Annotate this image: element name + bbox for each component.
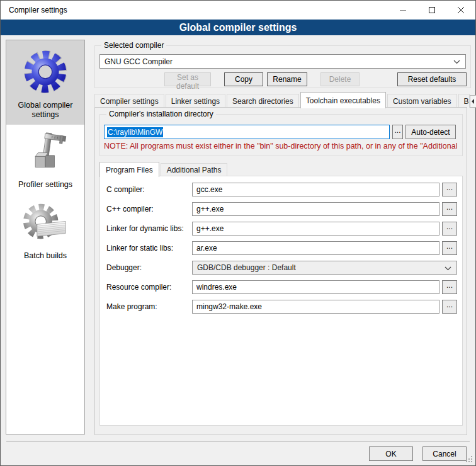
maximize-button[interactable] (417, 1, 446, 20)
minimize-button[interactable] (388, 1, 417, 20)
cancel-button[interactable]: Cancel (422, 446, 467, 461)
tab-scroll-buttons (470, 95, 476, 108)
sidebar-item-batch-builds[interactable]: Batch builds (6, 195, 84, 266)
close-button[interactable] (446, 1, 475, 20)
tab-toolchain-executables[interactable]: Toolchain executables (300, 92, 386, 108)
make-program-input[interactable] (192, 300, 439, 314)
ok-button[interactable]: OK (369, 446, 413, 461)
reset-defaults-button[interactable]: Reset defaults (397, 72, 467, 86)
sidebar-item-label: Profiler settings (8, 180, 83, 190)
maximize-icon (429, 7, 435, 13)
field-label: C compiler: (106, 185, 192, 194)
sidebar-item-profiler-settings[interactable]: Profiler settings (6, 125, 84, 195)
triangle-left-icon (472, 99, 474, 104)
field-label: Linker for static libs: (106, 244, 192, 253)
linker-static-browse-button[interactable]: ... (442, 241, 457, 255)
compiler-settings-window: Compiler settings Global compiler settin… (0, 0, 476, 466)
linker-dynamic-browse-button[interactable]: ... (442, 222, 457, 236)
copy-button[interactable]: Copy (224, 72, 263, 86)
installation-directory-input[interactable]: C:\raylib\MinGW (104, 125, 390, 139)
dialog-body: Global compiler settings (1, 35, 475, 465)
tab-build-options[interactable]: Build options (458, 94, 470, 108)
field-row-linker-dynamic: Linker for dynamic libs: ... (106, 222, 457, 236)
chevron-down-icon (445, 266, 451, 271)
subtab-additional-paths[interactable]: Additional Paths (161, 163, 228, 176)
debugger-select-value: GDB/CDB debugger : Default (197, 263, 296, 272)
toolchain-executables-panel: Compiler's installation directory C:\ray… (94, 107, 467, 435)
field-label: Resource compiler: (106, 283, 192, 292)
installation-directory-value: C:\raylib\MinGW (107, 127, 163, 137)
tab-search-directories[interactable]: Search directories (227, 94, 299, 108)
resource-compiler-browse-button[interactable]: ... (442, 280, 457, 294)
settings-category-list: Global compiler settings (6, 40, 85, 435)
c-compiler-browse-button[interactable]: ... (442, 183, 457, 196)
gray-gear-stack-icon (21, 200, 69, 249)
field-row-linker-static: Linker for static libs: ... (106, 241, 457, 255)
footer-divider (6, 441, 470, 441)
delete-button[interactable]: Delete (320, 72, 360, 86)
cpp-compiler-input[interactable] (192, 202, 439, 216)
set-as-default-button[interactable]: Set as default (164, 72, 211, 86)
titlebar[interactable]: Compiler settings (1, 1, 475, 20)
compiler-select-value: GNU GCC Compiler (105, 57, 173, 66)
installation-directory-group: Compiler's installation directory C:\ray… (99, 114, 463, 156)
tab-linker-settings[interactable]: Linker settings (166, 94, 225, 108)
compiler-select[interactable]: GNU GCC Compiler (99, 54, 466, 69)
field-row-make-program: Make program: ... (106, 300, 457, 314)
sidebar-item-label: Global compiler settings (8, 101, 83, 120)
bin-subdirectory-note: NOTE: All programs must exist either in … (104, 142, 462, 151)
make-program-browse-button[interactable]: ... (442, 300, 457, 314)
caption-buttons (388, 1, 475, 20)
resource-compiler-input[interactable] (192, 280, 439, 294)
auto-detect-button[interactable]: Auto-detect (405, 125, 456, 139)
rename-button[interactable]: Rename (267, 72, 307, 86)
minimize-icon (400, 7, 406, 13)
subtab-program-files[interactable]: Program Files (99, 162, 159, 177)
installation-directory-browse-button[interactable]: ... (392, 125, 403, 139)
close-icon (458, 7, 464, 13)
compiler-buttons-row: Set as default Copy Rename Delete Reset … (99, 72, 467, 86)
field-row-c-compiler: C compiler: ... (106, 183, 457, 196)
toolchain-subtabstrip: Program Files Additional Paths (99, 162, 229, 176)
sidebar-item-label: Batch builds (8, 251, 83, 261)
linker-static-input[interactable] (192, 241, 439, 255)
linker-dynamic-input[interactable] (192, 222, 439, 236)
c-compiler-input[interactable] (192, 183, 439, 196)
field-row-debugger: Debugger: GDB/CDB debugger : Default (106, 261, 457, 275)
resize-grip[interactable] (466, 456, 467, 457)
debugger-select[interactable]: GDB/CDB debugger : Default (192, 261, 457, 275)
selected-compiler-group-label: Selected compiler (101, 41, 166, 50)
window-title: Compiler settings (9, 1, 67, 20)
field-label: Linker for dynamic libs: (106, 224, 192, 233)
caliper-icon (23, 130, 68, 178)
selected-compiler-group: Selected compiler GNU GCC Compiler Set a… (94, 45, 471, 88)
cpp-compiler-browse-button[interactable]: ... (442, 202, 457, 216)
settings-tabstrip: Compiler settings Linker settings Search… (94, 93, 471, 108)
tab-scroll-left-button[interactable] (470, 95, 476, 108)
tab-compiler-settings[interactable]: Compiler settings (94, 94, 164, 108)
installation-directory-group-label: Compiler's installation directory (106, 110, 216, 118)
sidebar-item-global-compiler-settings[interactable]: Global compiler settings (6, 40, 84, 125)
program-files-panel: C compiler: ... C++ compiler: ... Linker… (99, 176, 463, 426)
tab-custom-variables[interactable]: Custom variables (387, 94, 457, 108)
field-label: C++ compiler: (106, 205, 192, 213)
chevron-down-icon (453, 60, 460, 64)
field-row-resource-compiler: Resource compiler: ... (106, 280, 457, 294)
field-row-cpp-compiler: C++ compiler: ... (106, 202, 457, 216)
field-label: Debugger: (106, 263, 192, 272)
page-title: Global compiler settings (1, 20, 475, 35)
blue-gear-icon (20, 45, 71, 98)
field-label: Make program: (106, 302, 192, 311)
